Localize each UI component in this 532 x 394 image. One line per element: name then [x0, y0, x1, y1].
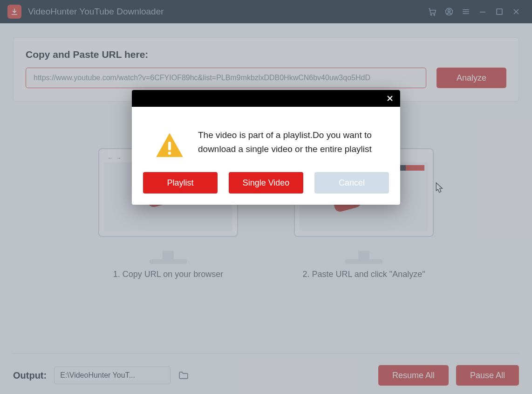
dialog-titlebar [132, 90, 400, 107]
playlist-button[interactable]: Playlist [143, 172, 218, 194]
svg-rect-5 [168, 142, 171, 151]
playlist-dialog: The video is part of a playlist.Do you w… [132, 90, 400, 205]
warning-icon [154, 130, 185, 161]
dialog-message: The video is part of a playlist.Do you w… [198, 128, 386, 161]
dialog-close-icon[interactable] [385, 94, 395, 103]
cancel-button[interactable]: Cancel [314, 172, 389, 194]
single-video-button[interactable]: Single Video [229, 172, 303, 194]
svg-point-6 [168, 152, 171, 155]
